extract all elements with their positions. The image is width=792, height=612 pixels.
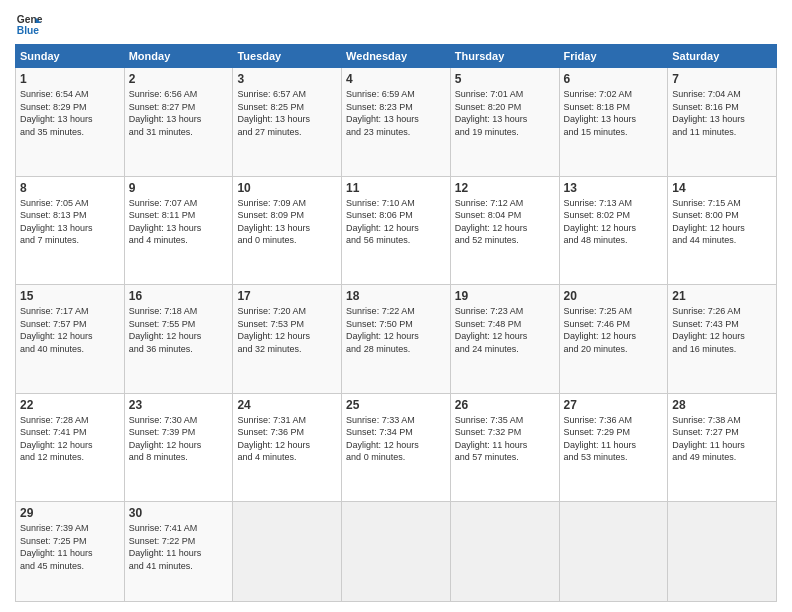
calendar-cell: 27Sunrise: 7:36 AMSunset: 7:29 PMDayligh… [559,393,668,502]
calendar-cell: 24Sunrise: 7:31 AMSunset: 7:36 PMDayligh… [233,393,342,502]
day-number: 20 [564,289,664,303]
calendar-cell: 9Sunrise: 7:07 AMSunset: 8:11 PMDaylight… [124,176,233,285]
calendar-cell: 18Sunrise: 7:22 AMSunset: 7:50 PMDayligh… [342,285,451,394]
day-number: 24 [237,398,337,412]
calendar-cell: 11Sunrise: 7:10 AMSunset: 8:06 PMDayligh… [342,176,451,285]
header-row: SundayMondayTuesdayWednesdayThursdayFrid… [16,45,777,68]
cell-info: Sunrise: 7:15 AMSunset: 8:00 PMDaylight:… [672,197,772,247]
day-number: 16 [129,289,229,303]
day-number: 4 [346,72,446,86]
day-number: 1 [20,72,120,86]
day-number: 17 [237,289,337,303]
cell-info: Sunrise: 7:35 AMSunset: 7:32 PMDaylight:… [455,414,555,464]
cell-info: Sunrise: 7:22 AMSunset: 7:50 PMDaylight:… [346,305,446,355]
cell-info: Sunrise: 7:05 AMSunset: 8:13 PMDaylight:… [20,197,120,247]
calendar-cell: 21Sunrise: 7:26 AMSunset: 7:43 PMDayligh… [668,285,777,394]
calendar-cell: 3Sunrise: 6:57 AMSunset: 8:25 PMDaylight… [233,68,342,177]
day-number: 27 [564,398,664,412]
calendar-cell: 8Sunrise: 7:05 AMSunset: 8:13 PMDaylight… [16,176,125,285]
cell-info: Sunrise: 7:36 AMSunset: 7:29 PMDaylight:… [564,414,664,464]
cell-info: Sunrise: 6:56 AMSunset: 8:27 PMDaylight:… [129,88,229,138]
col-header-monday: Monday [124,45,233,68]
calendar-cell: 19Sunrise: 7:23 AMSunset: 7:48 PMDayligh… [450,285,559,394]
cell-info: Sunrise: 7:31 AMSunset: 7:36 PMDaylight:… [237,414,337,464]
cell-info: Sunrise: 7:17 AMSunset: 7:57 PMDaylight:… [20,305,120,355]
calendar-cell: 13Sunrise: 7:13 AMSunset: 8:02 PMDayligh… [559,176,668,285]
calendar-cell: 14Sunrise: 7:15 AMSunset: 8:00 PMDayligh… [668,176,777,285]
cell-info: Sunrise: 7:26 AMSunset: 7:43 PMDaylight:… [672,305,772,355]
day-number: 6 [564,72,664,86]
cell-info: Sunrise: 7:13 AMSunset: 8:02 PMDaylight:… [564,197,664,247]
col-header-friday: Friday [559,45,668,68]
cell-info: Sunrise: 7:38 AMSunset: 7:27 PMDaylight:… [672,414,772,464]
cell-info: Sunrise: 7:41 AMSunset: 7:22 PMDaylight:… [129,522,229,572]
calendar-cell: 25Sunrise: 7:33 AMSunset: 7:34 PMDayligh… [342,393,451,502]
cell-info: Sunrise: 6:57 AMSunset: 8:25 PMDaylight:… [237,88,337,138]
day-number: 26 [455,398,555,412]
day-number: 3 [237,72,337,86]
cell-info: Sunrise: 7:39 AMSunset: 7:25 PMDaylight:… [20,522,120,572]
cell-info: Sunrise: 7:18 AMSunset: 7:55 PMDaylight:… [129,305,229,355]
calendar-cell: 2Sunrise: 6:56 AMSunset: 8:27 PMDaylight… [124,68,233,177]
col-header-sunday: Sunday [16,45,125,68]
cell-info: Sunrise: 7:33 AMSunset: 7:34 PMDaylight:… [346,414,446,464]
week-row-3: 15Sunrise: 7:17 AMSunset: 7:57 PMDayligh… [16,285,777,394]
calendar-table: SundayMondayTuesdayWednesdayThursdayFrid… [15,44,777,602]
day-number: 5 [455,72,555,86]
day-number: 29 [20,506,120,520]
calendar-cell: 6Sunrise: 7:02 AMSunset: 8:18 PMDaylight… [559,68,668,177]
week-row-2: 8Sunrise: 7:05 AMSunset: 8:13 PMDaylight… [16,176,777,285]
calendar-cell: 22Sunrise: 7:28 AMSunset: 7:41 PMDayligh… [16,393,125,502]
day-number: 10 [237,181,337,195]
cell-info: Sunrise: 7:07 AMSunset: 8:11 PMDaylight:… [129,197,229,247]
day-number: 11 [346,181,446,195]
calendar-cell [450,502,559,602]
calendar-cell: 10Sunrise: 7:09 AMSunset: 8:09 PMDayligh… [233,176,342,285]
day-number: 2 [129,72,229,86]
cell-info: Sunrise: 7:02 AMSunset: 8:18 PMDaylight:… [564,88,664,138]
cell-info: Sunrise: 7:20 AMSunset: 7:53 PMDaylight:… [237,305,337,355]
day-number: 22 [20,398,120,412]
day-number: 21 [672,289,772,303]
week-row-5: 29Sunrise: 7:39 AMSunset: 7:25 PMDayligh… [16,502,777,602]
calendar-cell [342,502,451,602]
week-row-4: 22Sunrise: 7:28 AMSunset: 7:41 PMDayligh… [16,393,777,502]
calendar-cell: 7Sunrise: 7:04 AMSunset: 8:16 PMDaylight… [668,68,777,177]
day-number: 28 [672,398,772,412]
page-header: General Blue [15,10,777,38]
day-number: 13 [564,181,664,195]
calendar-cell: 12Sunrise: 7:12 AMSunset: 8:04 PMDayligh… [450,176,559,285]
calendar-cell: 28Sunrise: 7:38 AMSunset: 7:27 PMDayligh… [668,393,777,502]
calendar-cell [233,502,342,602]
day-number: 9 [129,181,229,195]
day-number: 14 [672,181,772,195]
cell-info: Sunrise: 7:23 AMSunset: 7:48 PMDaylight:… [455,305,555,355]
svg-text:Blue: Blue [17,25,40,36]
col-header-wednesday: Wednesday [342,45,451,68]
cell-info: Sunrise: 7:04 AMSunset: 8:16 PMDaylight:… [672,88,772,138]
week-row-1: 1Sunrise: 6:54 AMSunset: 8:29 PMDaylight… [16,68,777,177]
cell-info: Sunrise: 7:01 AMSunset: 8:20 PMDaylight:… [455,88,555,138]
cell-info: Sunrise: 6:59 AMSunset: 8:23 PMDaylight:… [346,88,446,138]
cell-info: Sunrise: 7:25 AMSunset: 7:46 PMDaylight:… [564,305,664,355]
col-header-tuesday: Tuesday [233,45,342,68]
day-number: 8 [20,181,120,195]
calendar-cell [668,502,777,602]
cell-info: Sunrise: 7:09 AMSunset: 8:09 PMDaylight:… [237,197,337,247]
svg-text:General: General [17,14,43,25]
calendar-cell: 30Sunrise: 7:41 AMSunset: 7:22 PMDayligh… [124,502,233,602]
calendar-cell: 5Sunrise: 7:01 AMSunset: 8:20 PMDaylight… [450,68,559,177]
col-header-thursday: Thursday [450,45,559,68]
cell-info: Sunrise: 6:54 AMSunset: 8:29 PMDaylight:… [20,88,120,138]
calendar-cell: 17Sunrise: 7:20 AMSunset: 7:53 PMDayligh… [233,285,342,394]
calendar-cell: 20Sunrise: 7:25 AMSunset: 7:46 PMDayligh… [559,285,668,394]
calendar-cell: 15Sunrise: 7:17 AMSunset: 7:57 PMDayligh… [16,285,125,394]
calendar-cell: 26Sunrise: 7:35 AMSunset: 7:32 PMDayligh… [450,393,559,502]
logo-icon: General Blue [15,10,43,38]
calendar-cell [559,502,668,602]
logo: General Blue [15,10,43,38]
day-number: 25 [346,398,446,412]
calendar-cell: 23Sunrise: 7:30 AMSunset: 7:39 PMDayligh… [124,393,233,502]
calendar-cell: 29Sunrise: 7:39 AMSunset: 7:25 PMDayligh… [16,502,125,602]
day-number: 7 [672,72,772,86]
